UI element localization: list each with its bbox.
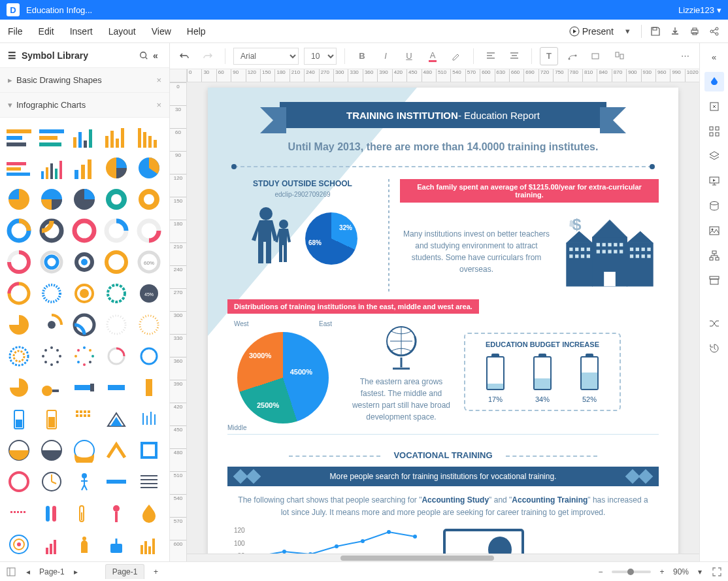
text-tool-button[interactable]: T [540, 47, 558, 65]
section-infographic-charts[interactable]: ▾Infographic Charts × [0, 93, 169, 118]
history-rail-icon[interactable] [704, 339, 724, 358]
vocational-text[interactable]: The following chart shows that people se… [234, 494, 652, 519]
vocational-title[interactable]: VOCATIONAL TRAINING [380, 450, 505, 460]
shape-thumbnail[interactable] [5, 499, 33, 527]
menu-help[interactable]: Help [187, 26, 206, 37]
shape-thumbnail[interactable] [71, 186, 98, 213]
collapse-panel-icon[interactable]: « [150, 50, 161, 61]
shape-thumbnail[interactable] [71, 374, 98, 401]
align-left-button[interactable] [482, 47, 500, 65]
shape-thumbnail[interactable] [103, 468, 130, 495]
shape-thumbnail[interactable] [103, 499, 130, 527]
canvas-page[interactable]: TRAINING INSTITUTION - Education Report … [208, 88, 678, 561]
shape-thumbnail[interactable] [135, 342, 163, 370]
shape-thumbnail[interactable] [38, 405, 65, 433]
canvas-scroll[interactable]: TRAINING INSTITUTION - Education Report … [187, 82, 699, 561]
shape-thumbnail[interactable] [5, 248, 33, 276]
page-tab[interactable]: Page-1 [105, 564, 145, 579]
zoom-dropdown[interactable]: ▾ [694, 566, 706, 578]
font-size-select[interactable]: 10 [304, 48, 337, 65]
shape-button[interactable] [587, 47, 605, 65]
shape-thumbnail[interactable] [103, 248, 130, 276]
shape-thumbnail[interactable] [135, 437, 163, 464]
shape-thumbnail[interactable] [71, 248, 98, 276]
add-page-button[interactable]: + [150, 566, 161, 578]
present-dropdown[interactable]: ▾ [621, 25, 633, 37]
shape-thumbnail[interactable] [103, 154, 130, 182]
tree-rail-icon[interactable] [704, 246, 724, 265]
shape-thumbnail[interactable] [71, 311, 98, 339]
shape-thumbnail[interactable] [38, 311, 65, 339]
presentation-rail-icon[interactable] [704, 171, 724, 191]
shape-thumbnail[interactable] [71, 342, 98, 370]
shape-thumbnail[interactable] [5, 123, 33, 150]
connector-button[interactable] [563, 47, 582, 65]
shape-thumbnail[interactable] [38, 248, 65, 276]
close-section-icon[interactable]: × [156, 100, 161, 110]
shape-thumbnail[interactable] [71, 154, 98, 182]
family-spend-banner[interactable]: Each family spent an average of $1215.00… [400, 179, 659, 203]
shape-thumbnail[interactable] [5, 531, 33, 558]
image-rail-icon[interactable] [704, 221, 724, 241]
underline-button[interactable]: U [400, 47, 418, 65]
shape-thumbnail[interactable] [103, 311, 130, 339]
outline-view-icon[interactable] [5, 566, 17, 578]
battery-52[interactable]: 52% [578, 354, 601, 403]
shape-thumbnail[interactable] [38, 531, 65, 558]
database-rail-icon[interactable] [704, 196, 724, 216]
fill-icon[interactable] [704, 72, 724, 91]
shape-thumbnail[interactable]: 45% [135, 280, 163, 307]
pie-chart-area[interactable]: 4500% 2500% 3000% [237, 332, 329, 423]
bold-button[interactable]: B [353, 47, 371, 65]
shape-thumbnail[interactable] [5, 374, 33, 401]
menu-edit[interactable]: Edit [39, 26, 54, 37]
shape-thumbnail[interactable] [135, 123, 163, 150]
collapse-rail-icon[interactable]: « [704, 47, 724, 67]
shape-thumbnail[interactable] [71, 217, 98, 244]
menu-view[interactable]: View [152, 26, 171, 37]
next-page-icon[interactable]: ▸ [70, 566, 82, 578]
subtitle-text[interactable]: Until May 2013, there are more than 14.0… [234, 141, 652, 153]
shape-thumbnail[interactable] [135, 217, 163, 244]
search-icon[interactable] [138, 50, 150, 61]
fit-screen-icon[interactable] [711, 566, 723, 578]
italic-button[interactable]: I [376, 47, 395, 65]
export-rail-icon[interactable] [704, 97, 724, 116]
pie-chart-study[interactable] [305, 212, 357, 265]
grid-rail-icon[interactable] [704, 122, 724, 141]
study-outside-heading[interactable]: STDUY OUTSIDE SCHOOL [227, 179, 378, 188]
prev-page-icon[interactable]: ◂ [22, 566, 34, 578]
layers-rail-icon[interactable] [704, 146, 724, 166]
shape-thumbnail[interactable] [71, 280, 98, 307]
shape-thumbnail[interactable]: 60% [135, 248, 163, 276]
shape-thumbnail[interactable] [103, 405, 130, 433]
shape-thumbnail[interactable] [71, 437, 98, 464]
undo-button[interactable] [175, 47, 193, 65]
shape-thumbnail[interactable] [103, 437, 130, 464]
font-family-select[interactable]: Arial [233, 48, 299, 65]
section-basic-shapes[interactable]: ▸Basic Drawing Shapes × [0, 68, 169, 93]
shape-thumbnail[interactable] [38, 154, 65, 182]
shape-thumbnail[interactable] [5, 342, 33, 370]
shape-thumbnail[interactable] [38, 217, 65, 244]
user-menu[interactable]: Lizzie123 ▾ [678, 5, 721, 15]
shape-thumbnail[interactable] [103, 217, 130, 244]
shape-thumbnail[interactable] [38, 342, 65, 370]
shape-thumbnail[interactable] [135, 405, 163, 433]
shape-thumbnail[interactable] [38, 437, 65, 464]
shape-thumbnail[interactable] [71, 468, 98, 495]
export-icon[interactable] [669, 25, 681, 37]
shape-thumbnail[interactable] [5, 280, 33, 307]
highlight-button[interactable] [447, 47, 465, 65]
shape-thumbnail[interactable] [5, 468, 33, 495]
shape-thumbnail[interactable] [135, 374, 163, 401]
zoom-in-button[interactable]: + [656, 566, 668, 578]
shape-thumbnail[interactable] [135, 311, 163, 339]
shape-thumbnail[interactable] [135, 468, 163, 495]
area-growth-text[interactable]: The eastern area grows fastest. The midd… [349, 376, 454, 423]
shape-thumbnail[interactable] [38, 468, 65, 495]
menu-file[interactable]: File [8, 26, 23, 37]
shape-thumbnail[interactable] [5, 405, 33, 433]
shape-thumbnail[interactable] [71, 499, 98, 527]
close-section-icon[interactable]: × [156, 75, 161, 85]
